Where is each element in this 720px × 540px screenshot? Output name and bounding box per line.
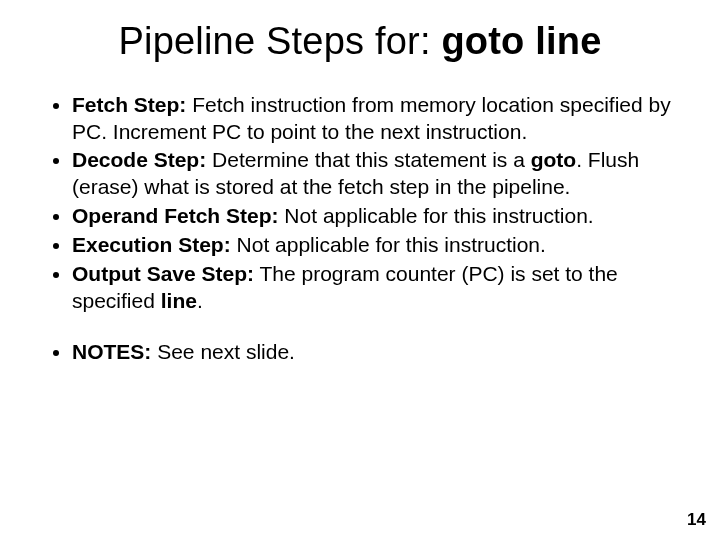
- list-item: Decode Step: Determine that this stateme…: [72, 147, 680, 201]
- bullet-label: Output Save Step:: [72, 262, 254, 285]
- notes-list: NOTES: See next slide.: [40, 339, 680, 366]
- page-number: 14: [687, 510, 706, 530]
- list-item: Fetch Step: Fetch instruction from memor…: [72, 92, 680, 146]
- inline-bold: line: [161, 289, 197, 312]
- bullet-label: Decode Step:: [72, 148, 206, 171]
- list-item: Output Save Step: The program counter (P…: [72, 261, 680, 315]
- list-item: Operand Fetch Step: Not applicable for t…: [72, 203, 680, 230]
- notes-text: See next slide.: [151, 340, 295, 363]
- title-bold: goto line: [441, 20, 601, 62]
- bullet-list: Fetch Step: Fetch instruction from memor…: [40, 92, 680, 315]
- list-item: Execution Step: Not applicable for this …: [72, 232, 680, 259]
- list-item: NOTES: See next slide.: [72, 339, 680, 366]
- notes-label: NOTES:: [72, 340, 151, 363]
- bullet-text: Not applicable for this instruction.: [231, 233, 546, 256]
- bullet-text: .: [197, 289, 203, 312]
- slide-title: Pipeline Steps for: goto line: [40, 20, 680, 64]
- bullet-label: Execution Step:: [72, 233, 231, 256]
- inline-bold: goto: [531, 148, 576, 171]
- bullet-label: Fetch Step:: [72, 93, 186, 116]
- bullet-text: Determine that this statement is a: [206, 148, 530, 171]
- bullet-label: Operand Fetch Step:: [72, 204, 279, 227]
- bullet-text: Not applicable for this instruction.: [279, 204, 594, 227]
- slide: Pipeline Steps for: goto line Fetch Step…: [0, 0, 720, 540]
- title-prefix: Pipeline Steps for:: [118, 20, 441, 62]
